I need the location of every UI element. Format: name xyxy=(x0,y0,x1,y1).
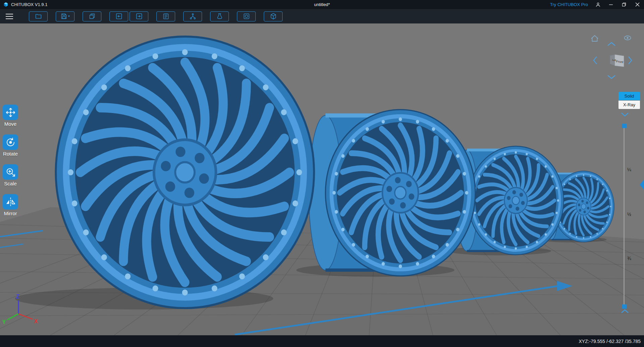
layout-icon xyxy=(162,13,169,20)
axis-x-label: X xyxy=(34,319,38,324)
clip-mark: ¼ xyxy=(627,167,631,172)
slice-button[interactable] xyxy=(264,11,283,21)
title-bar: CHITUBOX V1.9.1 untitled* Try CHITUBOX P… xyxy=(0,0,644,9)
save-button[interactable]: ▾ xyxy=(56,11,75,21)
hamburger-icon xyxy=(5,13,13,19)
rotate-left-chevron-icon[interactable] xyxy=(594,57,597,64)
view-cube[interactable]: Left Front xyxy=(610,55,624,67)
clip-slider-track[interactable] xyxy=(624,124,625,308)
arrow-right-icon xyxy=(136,13,143,20)
menu-button[interactable] xyxy=(5,13,13,19)
dig-hole-icon xyxy=(243,13,250,20)
clip-expand-chevron-icon[interactable] xyxy=(621,112,629,118)
copy-button[interactable] xyxy=(83,11,101,21)
minimize-button[interactable] xyxy=(608,2,614,7)
tool-label: Move xyxy=(4,121,17,127)
move-icon xyxy=(3,105,18,120)
axis-y-line xyxy=(7,314,18,320)
title-bar-right: Try CHITUBOX Pro xyxy=(550,1,641,8)
scale-icon xyxy=(3,164,18,180)
rotate-icon xyxy=(3,134,18,150)
app-title: CHITUBOX V1.9.1 xyxy=(11,2,47,7)
hollow-button[interactable] xyxy=(210,11,229,21)
undo-button[interactable] xyxy=(109,11,128,21)
display-mode-toggle: Solid X-Ray xyxy=(618,92,640,109)
view-navigation[interactable]: Left Front xyxy=(570,23,644,85)
auto-layout-button[interactable] xyxy=(156,11,175,21)
tool-label: Rotate xyxy=(3,151,18,157)
save-icon xyxy=(60,13,67,20)
tool-mirror[interactable]: Mirror xyxy=(1,194,20,216)
tool-move[interactable]: Move xyxy=(1,105,20,127)
mirror-icon xyxy=(3,194,18,210)
tool-rotate[interactable]: Rotate xyxy=(1,134,20,157)
clip-mark: ¾ xyxy=(627,256,631,261)
clip-slider-top-handle[interactable] xyxy=(622,124,627,128)
tool-scale[interactable]: Scale xyxy=(1,164,20,186)
try-pro-link[interactable]: Try CHITUBOX Pro xyxy=(550,2,588,7)
solid-mode-button[interactable]: Solid xyxy=(618,92,640,100)
scene-3d xyxy=(0,23,644,335)
hollow-icon xyxy=(216,13,223,20)
viewport-3d[interactable]: MoveRotateScaleMirror Left Front xyxy=(0,23,644,335)
wheel-model[interactable] xyxy=(296,110,475,277)
clip-slider-bottom-handle[interactable] xyxy=(622,304,627,309)
axis-gizmo: Z Y X xyxy=(0,285,44,327)
clip-slider[interactable]: ¼½¾ xyxy=(622,124,627,308)
toolbar-buttons: ▾ xyxy=(29,11,291,21)
support-button[interactable] xyxy=(183,11,202,21)
tool-label: Scale xyxy=(4,181,17,186)
visibility-eye-icon[interactable] xyxy=(625,36,631,40)
support-icon xyxy=(189,13,196,20)
panel-collapse-arrow[interactable] xyxy=(640,180,644,190)
redo-button[interactable] xyxy=(130,11,148,21)
slice-icon xyxy=(270,13,277,20)
rotate-down-chevron-icon[interactable] xyxy=(608,75,615,78)
rotate-up-chevron-icon[interactable] xyxy=(608,43,615,46)
main-toolbar: ▾ xyxy=(0,9,644,23)
app-logo-icon xyxy=(3,2,8,7)
arrow-left-icon xyxy=(115,13,122,20)
axis-z-label: Z xyxy=(16,294,19,299)
rotate-right-chevron-icon[interactable] xyxy=(629,57,632,64)
clip-collapse-chevron-icon[interactable] xyxy=(621,309,629,315)
clip-mark: ½ xyxy=(627,212,631,217)
dig-hole-button[interactable] xyxy=(237,11,256,21)
axis-x-line xyxy=(18,314,33,319)
left-toolbar: MoveRotateScaleMirror xyxy=(1,105,20,216)
dropdown-caret-icon: ▾ xyxy=(68,15,70,18)
copy-icon xyxy=(89,13,96,20)
app-window: CHITUBOX V1.9.1 untitled* Try CHITUBOX P… xyxy=(0,0,644,347)
home-view-icon[interactable] xyxy=(591,36,598,41)
open-button[interactable] xyxy=(29,11,48,21)
title-bar-left: CHITUBOX V1.9.1 xyxy=(3,2,47,7)
axis-y-label: Y xyxy=(2,319,6,325)
document-title: untitled* xyxy=(0,2,644,7)
xray-mode-button[interactable]: X-Ray xyxy=(618,101,640,109)
maximize-button[interactable] xyxy=(621,2,627,7)
cursor-coordinates: XYZ:-79.555 /-62.327 /35.785 xyxy=(579,339,641,344)
status-bar: XYZ:-79.555 /-62.327 /35.785 xyxy=(0,335,644,347)
user-account-icon[interactable] xyxy=(595,2,601,7)
close-button[interactable] xyxy=(634,1,641,8)
tool-label: Mirror xyxy=(4,211,17,216)
folder-icon xyxy=(35,13,42,20)
